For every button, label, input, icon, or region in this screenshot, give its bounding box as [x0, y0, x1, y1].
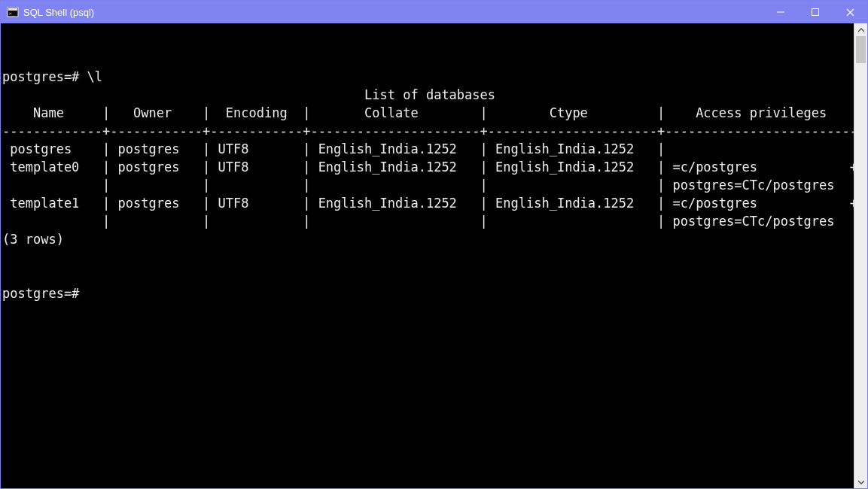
terminal-output: postgres=# \l List of databases Name | O…	[2, 50, 852, 302]
scroll-up-button[interactable]	[854, 23, 867, 36]
close-button[interactable]	[833, 1, 867, 23]
titlebar[interactable]: >_ SQL Shell (psql)	[1, 1, 867, 23]
svg-rect-4	[812, 9, 819, 16]
scroll-track[interactable]	[854, 36, 867, 475]
window-controls	[763, 1, 867, 23]
app-window: >_ SQL Shell (psql) postgres=# \l	[0, 0, 868, 489]
svg-text:>_: >_	[9, 11, 15, 17]
window-title: SQL Shell (psql)	[23, 7, 763, 18]
vertical-scrollbar[interactable]	[854, 23, 867, 488]
scroll-down-button[interactable]	[854, 475, 867, 488]
scroll-thumb[interactable]	[856, 36, 866, 63]
terminal-area[interactable]: postgres=# \l List of databases Name | O…	[1, 23, 854, 488]
client-area: postgres=# \l List of databases Name | O…	[1, 23, 867, 488]
minimize-button[interactable]	[763, 1, 798, 23]
maximize-button[interactable]	[798, 1, 833, 23]
app-icon: >_	[7, 6, 19, 18]
